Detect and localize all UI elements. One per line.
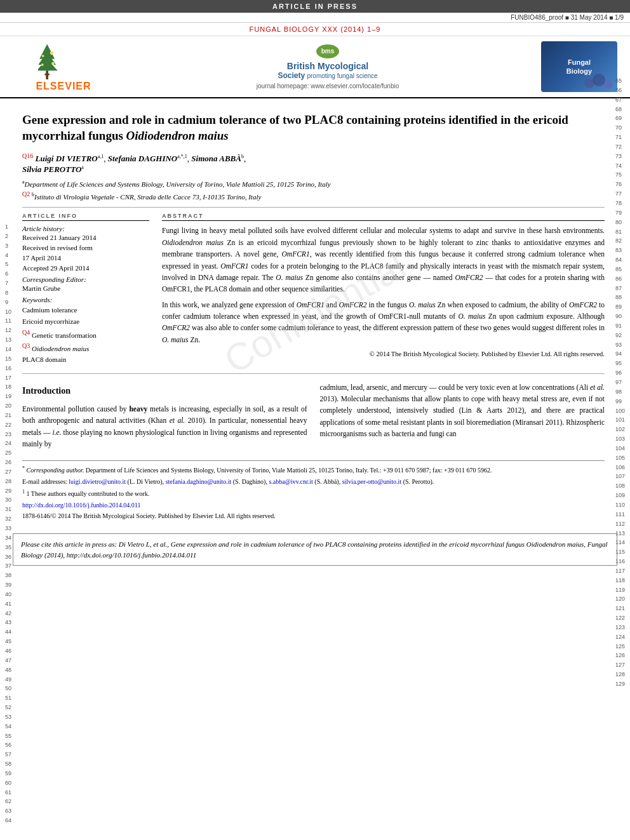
proof-line: FUNBIO486_proof ■ 31 May 2014 ■ 1/9 [0, 13, 630, 23]
body-col-right: cadmium, lead, arsenic, and mercury — co… [320, 382, 605, 450]
footnote-issn: 1878-6146/© 2014 The British Mycological… [22, 511, 605, 521]
citation-box: Please cite this article in press as: Di… [13, 533, 617, 566]
affiliations: aDepartment of Life Sciences and Systems… [22, 178, 605, 202]
copyright-line: © 2014 The British Mycological Society. … [162, 349, 605, 360]
svg-point-11 [604, 80, 613, 89]
abstract-paragraph2: In this work, we analyzed gene expressio… [162, 299, 605, 346]
fb-title: FungalBiology [566, 58, 592, 76]
fungal-biology-logo: FungalBiology [541, 41, 617, 92]
email-silvia[interactable]: silvia.per-otto@unito.it [342, 478, 401, 485]
q4-mark: Q4 [22, 329, 30, 336]
elsevier-logo: ELSEVIER [13, 41, 114, 92]
email-stefania[interactable]: stefania.daghino@unito.it [166, 478, 232, 485]
keyword-4: Q3 Oidiodendron maius [22, 341, 149, 354]
svg-point-6 [42, 55, 44, 57]
author1: Luigi DI VIETRO [35, 154, 97, 164]
bms-subtitle: Society promoting fungal science [278, 71, 377, 80]
body-divider [22, 373, 605, 374]
elsevier-tree-icon [38, 41, 89, 79]
article-title: Gene expression and role in cadmium tole… [22, 112, 605, 143]
footnote-1: 1 1 These authors equally contributed to… [22, 488, 605, 498]
doi-link[interactable]: http://dx.doi.org/10.1016/j.funbio.2014.… [22, 502, 140, 509]
introduction-title: Introduction [22, 384, 307, 398]
main-content: Confidential Gene expression and role in… [0, 98, 630, 527]
svg-point-7 [51, 62, 55, 65]
keyword-3: Q4 Genetic transformation [22, 328, 149, 341]
intro-paragraph1: Environmental pollution caused by heavy … [22, 403, 307, 450]
q16-mark: Q16 [22, 152, 33, 159]
abstract-paragraph1: Fungi living in heavy metal polluted soi… [162, 225, 605, 295]
affil-divider [22, 207, 605, 208]
q2-mark: Q2 [22, 190, 30, 197]
header-logos: ELSEVIER bms British Mycological Society… [0, 36, 630, 98]
abstract-heading: ABSTRACT [162, 213, 605, 221]
accepted-date: Accepted 29 April 2014 [22, 264, 149, 272]
keyword-1: Cadmium tolerance [22, 305, 149, 316]
article-info-heading: ARTICLE INFO [22, 213, 149, 221]
corr-editor-label: Corresponding Editor: [22, 276, 149, 283]
history-label: Article history: [22, 225, 149, 232]
email-simona[interactable]: s.abba@ivv.cnr.it [269, 478, 312, 485]
footnote-email: E-mail addresses: luigi.divietro@unito.i… [22, 477, 605, 486]
author3: Simona ABBÀ [191, 154, 241, 164]
svg-rect-1 [44, 74, 49, 76]
svg-marker-4 [38, 59, 58, 70]
keyword-5: PLAC8 domain [22, 354, 149, 366]
received-revised-label: Received in revised form [22, 244, 149, 251]
bms-logo: bms [316, 44, 339, 58]
elsevier-text: ELSEVIER [36, 81, 91, 92]
footnote-doi: http://dx.doi.org/10.1016/j.funbio.2014.… [22, 500, 605, 510]
article-info-col: ARTICLE INFO Article history: Received 2… [22, 213, 149, 365]
bms-oval: bms [316, 44, 339, 58]
svg-point-8 [41, 63, 44, 66]
intro-paragraph2: cadmium, lead, arsenic, and mercury — co… [320, 382, 605, 440]
affiliation-a: aDepartment of Life Sciences and Systems… [22, 178, 605, 189]
abstract-col: ABSTRACT Fungi living in heavy metal pol… [162, 213, 605, 365]
bms-center: bms British Mycological Society promotin… [114, 44, 541, 90]
author2: Stefania DAGHINO [108, 154, 177, 164]
revised-date: 17 April 2014 [22, 254, 149, 262]
journal-title-bar: FUNGAL BIOLOGY XXX (2014) 1–9 [0, 23, 630, 36]
body-content: Introduction Environmental pollution cau… [22, 382, 605, 450]
corr-editor-name: Martin Grube [22, 284, 149, 292]
affiliation-b: Q2 bIstituto di Virologia Vegetale - CNR… [22, 189, 605, 202]
article-in-press-bar: ARTICLE IN PRESS [0, 0, 630, 13]
svg-point-5 [50, 51, 54, 55]
author4: Silvia PEROTTO [22, 164, 81, 174]
email-luigi[interactable]: luigi.divietro@unito.it [69, 478, 126, 485]
abstract-text: Fungi living in heavy metal polluted soi… [162, 225, 605, 360]
citation-text: Please cite this article in press as: Di… [21, 540, 608, 559]
authors-line: Q16 Luigi DI VIETROa,1, Stefania DAGHINO… [22, 152, 605, 175]
body-col-left: Introduction Environmental pollution cau… [22, 382, 307, 450]
bms-title: British Mycological [287, 61, 368, 71]
footnotes: * Corresponding author. Department of Li… [22, 460, 605, 521]
received1: Received 21 January 2014 [22, 234, 149, 241]
svg-point-10 [593, 74, 605, 86]
keywords-label: Keywords: [22, 296, 149, 303]
bms-homepage: journal homepage: www.elsevier.com/locat… [257, 83, 399, 90]
keyword-2: Ericoid mycorrhizae [22, 316, 149, 328]
q3-mark: Q3 [22, 342, 30, 349]
footnote-star: * Corresponding author. Department of Li… [22, 465, 605, 475]
article-info-abstract: ARTICLE INFO Article history: Received 2… [22, 213, 605, 365]
